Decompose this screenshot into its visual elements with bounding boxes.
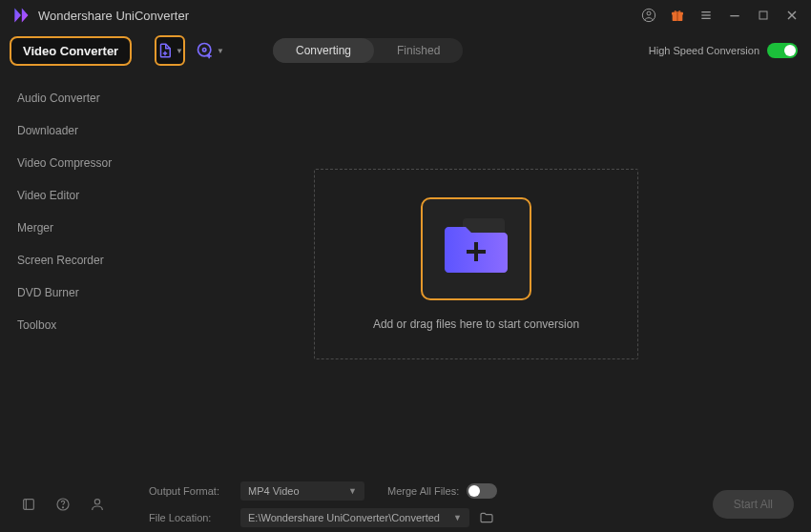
merge-toggle[interactable] — [467, 483, 497, 499]
svg-rect-20 — [24, 500, 34, 510]
svg-point-23 — [62, 507, 63, 508]
tab-converting[interactable]: Converting — [273, 38, 374, 63]
chevron-down-icon: ▼ — [217, 47, 224, 55]
tab-finished[interactable]: Finished — [374, 38, 463, 63]
merge-label: Merge All Files: — [387, 485, 459, 497]
chevron-down-icon: ▼ — [453, 513, 462, 522]
sidebar-item-merger[interactable]: Merger — [0, 212, 141, 244]
svg-point-1 — [647, 11, 651, 15]
gift-icon[interactable] — [670, 8, 685, 23]
help-icon[interactable] — [55, 497, 71, 512]
account-icon[interactable] — [641, 8, 656, 23]
output-format-select[interactable]: MP4 Video ▼ — [240, 481, 364, 501]
maximize-icon[interactable] — [756, 8, 771, 23]
sidebar-item-audio-converter[interactable]: Audio Converter — [0, 82, 141, 114]
app-title: Wondershare UniConverter — [38, 9, 641, 23]
open-folder-icon[interactable] — [479, 510, 494, 525]
folder-plus-icon — [443, 221, 509, 277]
menu-icon[interactable] — [698, 8, 714, 23]
file-location-select[interactable]: E:\Wondershare UniConverter\Converted ▼ — [240, 508, 469, 527]
add-file-button[interactable]: ▼ — [155, 35, 185, 66]
high-speed-toggle[interactable] — [767, 43, 798, 58]
chevron-down-icon: ▼ — [348, 486, 357, 496]
user-icon[interactable] — [90, 497, 105, 512]
file-location-value: E:\Wondershare UniConverter\Converted — [248, 512, 440, 523]
drop-zone-text: Add or drag files here to start conversi… — [373, 317, 579, 331]
add-files-folder-button[interactable] — [421, 197, 531, 300]
tutorial-icon[interactable] — [21, 497, 36, 512]
svg-point-24 — [94, 500, 99, 504]
svg-rect-9 — [759, 11, 767, 19]
sidebar-item-toolbox[interactable]: Toolbox — [0, 309, 141, 341]
drop-zone[interactable]: Add or drag files here to start conversi… — [314, 169, 638, 359]
output-format-value: MP4 Video — [248, 485, 300, 497]
sidebar-item-screen-recorder[interactable]: Screen Recorder — [0, 244, 141, 276]
output-format-label: Output Format: — [149, 485, 231, 497]
sidebar-item-downloader[interactable]: Downloader — [0, 114, 141, 147]
svg-point-15 — [203, 49, 206, 51]
chevron-down-icon: ▼ — [176, 47, 183, 55]
dvd-source-button[interactable]: ▼ — [195, 35, 225, 66]
sidebar-item-dvd-burner[interactable]: DVD Burner — [0, 276, 141, 309]
start-all-button[interactable]: Start All — [713, 490, 794, 519]
app-logo — [11, 6, 31, 25]
sidebar-item-video-editor[interactable]: Video Editor — [0, 179, 141, 212]
high-speed-label: High Speed Conversion — [649, 45, 759, 56]
file-location-label: File Location: — [149, 512, 231, 523]
sidebar: Audio Converter Downloader Video Compres… — [0, 71, 141, 477]
close-icon[interactable] — [784, 8, 800, 23]
sidebar-item-video-converter[interactable]: Video Converter — [10, 36, 132, 66]
minimize-icon[interactable] — [727, 8, 742, 23]
sidebar-item-video-compressor[interactable]: Video Compressor — [0, 147, 141, 179]
svg-rect-4 — [676, 12, 677, 21]
